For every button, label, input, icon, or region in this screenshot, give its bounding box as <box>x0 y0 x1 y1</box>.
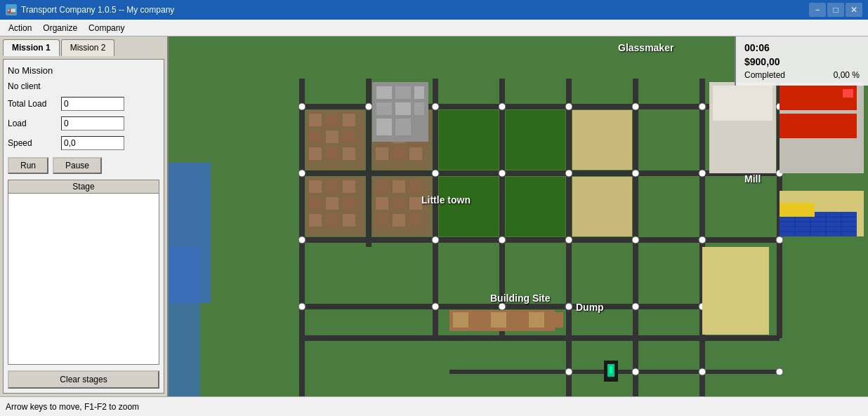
svg-rect-83 <box>393 180 405 193</box>
svg-point-21 <box>432 103 439 110</box>
svg-rect-132 <box>376 119 392 135</box>
svg-rect-114 <box>610 366 612 373</box>
svg-rect-129 <box>376 102 392 115</box>
clear-stages-button[interactable]: Clear stages <box>8 370 159 389</box>
svg-rect-98 <box>713 86 772 121</box>
svg-rect-104 <box>702 247 769 335</box>
svg-point-42 <box>432 303 439 310</box>
svg-rect-101 <box>780 114 857 138</box>
svg-rect-92 <box>439 177 499 236</box>
svg-rect-110 <box>529 312 544 328</box>
svg-rect-91 <box>439 110 499 170</box>
window-title: Transport Company 1.0.5 -- My company <box>21 5 174 15</box>
tab-mission1[interactable]: Mission 1 <box>3 39 60 56</box>
svg-rect-74 <box>326 180 338 193</box>
svg-point-48 <box>632 368 639 375</box>
svg-rect-79 <box>309 214 322 227</box>
svg-rect-107 <box>472 312 487 328</box>
title-bar-left: 🚛 Transport Company 1.0.5 -- My company <box>6 4 174 15</box>
svg-rect-75 <box>343 180 355 193</box>
completed-row: Completed 0,00 % <box>744 70 860 80</box>
completed-label: Completed <box>744 70 785 80</box>
svg-point-22 <box>499 103 506 110</box>
svg-rect-86 <box>393 197 405 210</box>
speed-input[interactable] <box>61 136 124 150</box>
svg-rect-127 <box>395 86 411 99</box>
svg-rect-108 <box>491 312 506 328</box>
svg-point-19 <box>298 103 305 110</box>
svg-rect-80 <box>326 214 338 227</box>
svg-point-35 <box>432 236 439 243</box>
total-load-input[interactable] <box>61 97 124 111</box>
mission-panel: No Mission No client Total Load Load Spe… <box>3 59 164 394</box>
svg-rect-70 <box>409 147 422 160</box>
svg-point-36 <box>499 236 506 243</box>
svg-rect-81 <box>343 214 355 227</box>
game-area[interactable]: Glassmaker Little town Building Site Dum… <box>169 36 868 396</box>
stage-content <box>8 194 159 364</box>
no-mission-label: No Mission <box>8 64 159 77</box>
svg-rect-61 <box>343 147 355 160</box>
minimize-button[interactable]: − <box>809 3 826 17</box>
svg-rect-106 <box>453 312 468 328</box>
svg-point-32 <box>699 170 706 177</box>
svg-rect-78 <box>343 197 355 210</box>
svg-rect-85 <box>376 197 388 210</box>
game-money: $900,00 <box>744 56 860 67</box>
main-content: Mission 1 Mission 2 No Mission No client… <box>0 36 868 396</box>
svg-point-38 <box>632 236 639 243</box>
svg-rect-57 <box>326 130 338 143</box>
svg-point-50 <box>776 368 783 375</box>
maximize-button[interactable]: □ <box>827 3 844 17</box>
left-panel: Mission 1 Mission 2 No Mission No client… <box>0 36 169 396</box>
svg-rect-69 <box>393 147 405 160</box>
svg-point-45 <box>632 303 639 310</box>
load-label: Load <box>8 119 57 128</box>
control-buttons: Run Pause <box>8 157 159 174</box>
svg-rect-96 <box>572 177 632 236</box>
menu-company[interactable]: Company <box>83 21 130 35</box>
svg-point-40 <box>776 236 783 243</box>
completed-value: 0,00 % <box>834 70 860 80</box>
stage-container: Stage <box>8 180 159 365</box>
no-client-label: No client <box>8 80 159 93</box>
svg-rect-124 <box>780 203 815 217</box>
app-icon: 🚛 <box>6 4 17 15</box>
svg-rect-89 <box>393 214 405 227</box>
svg-point-28 <box>432 170 439 177</box>
svg-rect-59 <box>309 147 322 160</box>
svg-point-29 <box>499 170 506 177</box>
svg-rect-3 <box>169 247 200 396</box>
svg-rect-128 <box>414 86 424 99</box>
svg-rect-95 <box>572 110 632 170</box>
speed-label: Speed <box>8 138 57 148</box>
menu-action[interactable]: Action <box>3 21 37 35</box>
svg-rect-102 <box>843 89 853 98</box>
window-controls: − □ ✕ <box>809 3 862 17</box>
svg-rect-58 <box>343 130 355 143</box>
menu-organize[interactable]: Organize <box>37 21 83 35</box>
svg-rect-87 <box>409 197 422 210</box>
load-input[interactable] <box>61 116 124 130</box>
svg-point-23 <box>565 103 572 110</box>
svg-rect-109 <box>510 312 525 328</box>
svg-point-49 <box>699 368 706 375</box>
run-button[interactable]: Run <box>8 157 48 174</box>
svg-point-47 <box>565 368 572 375</box>
svg-rect-60 <box>326 147 338 160</box>
svg-rect-93 <box>506 110 565 170</box>
tab-mission2[interactable]: Mission 2 <box>61 39 115 56</box>
stage-header: Stage <box>8 180 159 194</box>
svg-rect-77 <box>326 197 338 210</box>
mission-tabs: Mission 1 Mission 2 <box>3 39 164 56</box>
speed-row: Speed <box>8 136 159 150</box>
svg-point-43 <box>499 303 506 310</box>
pause-button[interactable]: Pause <box>53 157 102 174</box>
svg-rect-82 <box>376 180 388 193</box>
svg-point-37 <box>565 236 572 243</box>
svg-rect-56 <box>309 130 322 143</box>
svg-rect-76 <box>309 197 322 210</box>
close-button[interactable]: ✕ <box>846 3 862 17</box>
map-svg <box>169 36 868 396</box>
svg-point-44 <box>565 303 572 310</box>
